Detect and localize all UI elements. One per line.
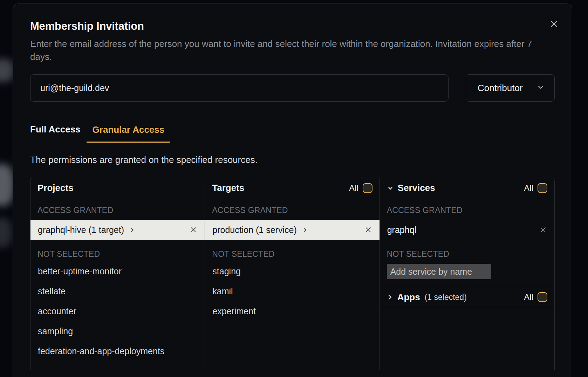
project-selected-label: graphql-hive (1 target) bbox=[38, 225, 124, 235]
targets-not-selected-label: NOT SELECTED bbox=[212, 249, 372, 259]
apps-selected-count: (1 selected) bbox=[425, 293, 467, 302]
resources-table-header: Projects Targets All Services All bbox=[30, 178, 554, 198]
chevron-down-icon[interactable] bbox=[387, 185, 394, 192]
chevron-down-icon bbox=[537, 83, 545, 94]
targets-all-wrap: All bbox=[349, 183, 372, 193]
projects-column: ACCESS GRANTED graphql-hive (1 target) N… bbox=[30, 198, 205, 370]
role-select-value: Contributor bbox=[478, 83, 523, 94]
resources-table: Projects Targets All Services All bbox=[30, 178, 555, 370]
apps-title: Apps bbox=[397, 292, 420, 303]
close-icon bbox=[364, 226, 372, 234]
service-selected-row[interactable]: graphql bbox=[380, 220, 554, 240]
close-button[interactable] bbox=[548, 18, 560, 30]
apps-section-row[interactable]: Apps (1 selected) All bbox=[380, 287, 554, 307]
chevron-right-icon bbox=[130, 227, 135, 233]
targets-column: ACCESS GRANTED production (1 service) NO… bbox=[205, 198, 380, 370]
project-item[interactable]: stellate bbox=[30, 281, 205, 301]
projects-unselected-list: better-uptime-monitor stellate accounter… bbox=[30, 261, 205, 361]
targets-all-checkbox[interactable] bbox=[363, 183, 372, 193]
access-tabs: Full Access Granular Access bbox=[30, 124, 555, 142]
services-not-selected-label: NOT SELECTED bbox=[387, 249, 547, 259]
services-column: ACCESS GRANTED graphql NOT SELECTED Ap bbox=[380, 198, 554, 370]
dialog-title: Membership Invitation bbox=[30, 20, 555, 33]
backdrop-blur-content bbox=[0, 164, 14, 206]
services-access-granted-label: ACCESS GRANTED bbox=[387, 206, 547, 215]
services-all-checkbox[interactable] bbox=[538, 183, 547, 193]
project-item[interactable]: better-uptime-monitor bbox=[30, 261, 205, 281]
targets-access-granted-label: ACCESS GRANTED bbox=[212, 206, 372, 215]
tab-full-access[interactable]: Full Access bbox=[30, 124, 87, 142]
projects-not-selected-label: NOT SELECTED bbox=[37, 249, 198, 259]
apps-all-label: All bbox=[524, 292, 533, 302]
targets-header: Targets All bbox=[205, 178, 380, 198]
targets-all-label: All bbox=[349, 183, 358, 193]
services-header-title: Services bbox=[398, 183, 435, 193]
targets-unselected-list: staging kamil experiment bbox=[205, 261, 379, 321]
close-icon bbox=[549, 19, 559, 29]
chevron-right-icon bbox=[302, 227, 308, 233]
apps-all-checkbox[interactable] bbox=[538, 292, 547, 302]
project-item[interactable]: accounter bbox=[30, 301, 205, 321]
backdrop-blur-content bbox=[0, 59, 14, 82]
role-select[interactable]: Contributor bbox=[466, 74, 555, 102]
projects-header: Projects bbox=[30, 178, 205, 198]
services-all-wrap: All bbox=[524, 183, 547, 193]
remove-project-button[interactable] bbox=[190, 226, 197, 234]
target-selected-label: production (1 service) bbox=[212, 225, 296, 235]
email-input[interactable] bbox=[30, 74, 449, 102]
tab-granular-access[interactable]: Granular Access bbox=[87, 124, 171, 143]
close-icon bbox=[539, 226, 547, 234]
permissions-note: The permissions are granted on the speci… bbox=[30, 155, 555, 165]
target-item[interactable]: staging bbox=[205, 261, 379, 281]
membership-invitation-dialog: Membership Invitation Enter the email ad… bbox=[13, 4, 572, 377]
projects-access-granted-label: ACCESS GRANTED bbox=[37, 206, 198, 215]
targets-header-title: Targets bbox=[212, 183, 244, 193]
projects-header-title: Projects bbox=[37, 183, 74, 193]
backdrop-blur-content bbox=[0, 218, 12, 247]
target-item[interactable]: kamil bbox=[205, 281, 379, 301]
invite-form-row: Contributor bbox=[30, 74, 555, 102]
remove-service-button[interactable] bbox=[539, 226, 547, 234]
add-service-input[interactable] bbox=[387, 264, 491, 279]
project-item[interactable]: sampling bbox=[30, 321, 205, 341]
services-all-label: All bbox=[524, 183, 533, 193]
target-selected-row[interactable]: production (1 service) bbox=[205, 220, 379, 240]
project-item[interactable]: federation-and-app-deployments bbox=[30, 341, 205, 361]
resources-table-body: ACCESS GRANTED graphql-hive (1 target) N… bbox=[30, 198, 554, 370]
services-header: Services All bbox=[380, 178, 554, 198]
chevron-right-icon bbox=[387, 294, 393, 300]
remove-target-button[interactable] bbox=[364, 226, 372, 234]
target-item[interactable]: experiment bbox=[205, 301, 379, 321]
close-icon bbox=[190, 226, 197, 234]
project-selected-row[interactable]: graphql-hive (1 target) bbox=[30, 220, 205, 240]
dialog-description: Enter the email address of the person yo… bbox=[30, 37, 555, 63]
service-selected-label: graphql bbox=[387, 225, 416, 235]
apps-all-wrap: All bbox=[524, 292, 547, 302]
